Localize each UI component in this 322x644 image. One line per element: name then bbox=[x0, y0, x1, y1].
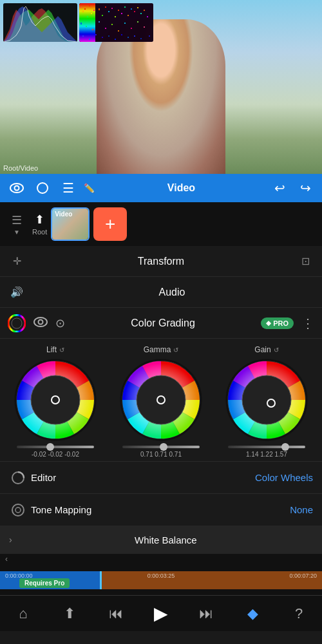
gain-slider[interactable] bbox=[228, 446, 305, 448]
pro-label: PRO bbox=[273, 319, 289, 327]
timeline-collapse-btn[interactable]: › bbox=[5, 555, 8, 564]
gain-wheel[interactable] bbox=[225, 358, 308, 442]
play-button[interactable]: ▶ bbox=[147, 600, 175, 628]
gamma-label: Gamma ↺ bbox=[144, 345, 179, 354]
lift-wheel[interactable] bbox=[14, 358, 97, 442]
help-button[interactable]: ? bbox=[283, 598, 314, 629]
timeline-track: 0:00:00:00 0:00:03:25 0:00:07:20 Require… bbox=[0, 571, 322, 589]
gain-values: 1.14 1.22 1.57 bbox=[246, 451, 287, 458]
color-wheel-icon bbox=[8, 314, 26, 332]
histogram-overlay bbox=[3, 3, 153, 42]
help-icon: ? bbox=[295, 605, 303, 622]
svg-rect-16 bbox=[118, 10, 119, 11]
overflow-menu-icon[interactable]: ⋮ bbox=[301, 316, 314, 331]
svg-rect-33 bbox=[124, 23, 126, 24]
undo-icon[interactable]: ↩ bbox=[269, 178, 290, 198]
toolbar-title-container: ✏️ Video bbox=[84, 182, 264, 194]
svg-rect-39 bbox=[95, 34, 97, 35]
svg-rect-4 bbox=[82, 11, 84, 12]
svg-rect-27 bbox=[86, 26, 87, 27]
lift-slider-container bbox=[5, 446, 106, 448]
pro-badge: ◆ PRO bbox=[261, 317, 294, 329]
svg-rect-10 bbox=[99, 8, 100, 10]
video-preview: Root/Video bbox=[0, 0, 322, 174]
white-balance-label: White Balance bbox=[19, 535, 313, 545]
home-icon: ⌂ bbox=[19, 605, 27, 622]
pencil-icon: ✏️ bbox=[84, 183, 95, 193]
white-balance-row[interactable]: › White Balance bbox=[0, 526, 322, 554]
lift-wheel-svg bbox=[14, 358, 97, 442]
svg-rect-14 bbox=[111, 8, 113, 9]
rgb-histogram bbox=[3, 3, 77, 42]
home-button[interactable]: ⌂ bbox=[8, 598, 39, 629]
tone-mapping-row[interactable]: Tone Mapping None bbox=[0, 493, 322, 526]
eye-toggle-icon[interactable] bbox=[33, 317, 48, 330]
svg-rect-19 bbox=[128, 15, 129, 16]
svg-rect-23 bbox=[140, 13, 142, 14]
gamma-wheel-container: Gamma ↺ bbox=[111, 345, 211, 458]
timeline-bar: 0:00:00:00 0:00:03:25 0:00:07:20 Require… bbox=[0, 565, 322, 595]
svg-point-74 bbox=[12, 504, 24, 516]
svg-rect-41 bbox=[108, 35, 109, 37]
add-clip-button[interactable]: + bbox=[93, 207, 127, 241]
svg-point-48 bbox=[10, 184, 23, 193]
gamma-reset-icon[interactable]: ↺ bbox=[173, 346, 178, 354]
play-icon: ▶ bbox=[154, 603, 168, 624]
circle-icon[interactable] bbox=[32, 178, 53, 198]
gamma-slider[interactable] bbox=[122, 446, 200, 448]
transform-label: Transform bbox=[138, 256, 184, 267]
svg-rect-12 bbox=[105, 6, 106, 8]
svg-rect-15 bbox=[115, 16, 116, 17]
gain-wheel-svg bbox=[225, 358, 308, 442]
svg-rect-37 bbox=[82, 35, 84, 37]
svg-rect-47 bbox=[149, 35, 150, 37]
share-icon: ⬆ bbox=[64, 605, 75, 622]
share-button[interactable]: ⬆ bbox=[54, 598, 85, 629]
root-item[interactable]: ⬆ Root bbox=[32, 213, 47, 236]
svg-rect-40 bbox=[102, 37, 103, 38]
redo-icon[interactable]: ↪ bbox=[295, 178, 316, 198]
menu-icon[interactable]: ☰ bbox=[58, 178, 79, 198]
svg-rect-5 bbox=[84, 8, 86, 10]
audio-row[interactable]: 🔊 Audio bbox=[0, 277, 322, 308]
transform-row[interactable]: ✛ Transform ⊡ bbox=[0, 246, 322, 277]
svg-rect-20 bbox=[131, 8, 132, 10]
svg-rect-17 bbox=[121, 13, 122, 14]
timeline-header: › bbox=[0, 554, 322, 565]
crop-icon: ⊡ bbox=[298, 255, 313, 267]
eye-icon[interactable] bbox=[6, 178, 27, 198]
editor-row[interactable]: Editor Color Wheels bbox=[0, 461, 322, 493]
lift-wheel-container: Lift ↺ bbox=[5, 345, 106, 458]
svg-rect-42 bbox=[115, 39, 116, 40]
timeline-segment-orange bbox=[100, 571, 322, 589]
svg-rect-24 bbox=[144, 10, 145, 11]
svg-point-50 bbox=[37, 183, 48, 193]
next-frame-icon: ⏭ bbox=[199, 605, 213, 622]
lift-reset-icon[interactable]: ↺ bbox=[59, 346, 64, 354]
next-frame-button[interactable]: ⏭ bbox=[191, 598, 222, 629]
video-clip[interactable]: Video bbox=[51, 207, 90, 241]
video-root-label: Root/Video bbox=[3, 164, 38, 172]
person-figure bbox=[97, 19, 225, 174]
svg-rect-21 bbox=[134, 11, 135, 12]
svg-rect-28 bbox=[92, 29, 93, 30]
lift-slider[interactable] bbox=[17, 446, 94, 448]
root-label: Root bbox=[32, 228, 47, 236]
premium-button[interactable]: ◆ bbox=[237, 598, 268, 629]
gamma-wheel-svg bbox=[119, 358, 203, 442]
top-toolbar: ☰ ✏️ Video ↩ ↪ bbox=[0, 174, 322, 202]
gain-reset-icon[interactable]: ↺ bbox=[274, 346, 279, 354]
expand-collapse-btn[interactable]: ☰ ▼ bbox=[5, 213, 28, 236]
gamma-wheel[interactable] bbox=[119, 358, 203, 442]
svg-point-49 bbox=[15, 186, 19, 191]
timeline-strip: ☰ ▼ ⬆ Root Video + bbox=[0, 202, 322, 246]
clip-label: Video bbox=[55, 211, 72, 218]
svg-point-54 bbox=[39, 319, 43, 324]
gain-wheel-container: Gain ↺ bbox=[216, 345, 317, 458]
settings-icon[interactable]: ⊙ bbox=[55, 316, 65, 330]
prev-frame-button[interactable]: ⏮ bbox=[100, 598, 131, 629]
move-icon: ✛ bbox=[9, 255, 24, 267]
tone-mapping-label: Tone Mapping bbox=[31, 504, 290, 515]
svg-rect-22 bbox=[137, 7, 138, 8]
audio-icon: 🔊 bbox=[9, 286, 24, 298]
